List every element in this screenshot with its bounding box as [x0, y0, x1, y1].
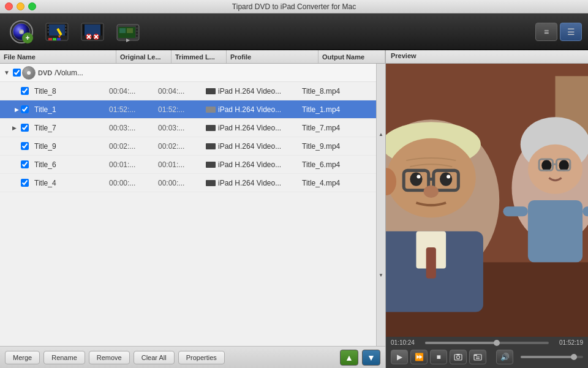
svg-point-64 — [447, 175, 450, 178]
preview-label: Preview — [386, 50, 588, 64]
svg-rect-19 — [53, 38, 56, 40]
file-output-5: Title_6.mp4 — [298, 160, 376, 169]
preview-panel: Preview — [386, 50, 588, 368]
profile-icon-6 — [206, 180, 216, 186]
table-row[interactable]: Title_9 00:02:... 00:02:... iPad H.264 V… — [0, 137, 376, 156]
svg-rect-35 — [136, 32, 138, 34]
svg-rect-18 — [48, 38, 52, 40]
open-file-button[interactable] — [469, 350, 486, 364]
remove-button[interactable]: Remove — [89, 351, 130, 364]
file-profile-4: iPad H.264 Video... — [203, 142, 298, 151]
col-header-filename: File Name — [0, 50, 116, 63]
maximize-button[interactable] — [28, 2, 36, 10]
row-check-input-2[interactable] — [21, 105, 29, 113]
volume-fill — [521, 356, 574, 358]
file-output-2: Title_1.mp4 — [298, 105, 376, 114]
table-row[interactable]: Title_4 00:00:... 00:00:... iPad H.264 V… — [0, 174, 376, 192]
snapshot-ctrl-button[interactable] — [450, 350, 467, 364]
load-dvd-button[interactable]: + — [6, 17, 37, 47]
svg-rect-52 — [528, 200, 582, 262]
stop-button[interactable]: ■ — [430, 350, 447, 364]
toolbar: + — [0, 13, 588, 50]
dvd-root-checkbox[interactable] — [11, 67, 22, 78]
row-expand-3[interactable]: ▶ — [12, 125, 21, 131]
list-view-button[interactable]: ≡ — [535, 23, 557, 41]
svg-point-47 — [541, 160, 551, 171]
svg-rect-14 — [66, 28, 66, 30]
volume-button[interactable]: 🔊 — [496, 350, 513, 364]
row-check-3[interactable] — [21, 124, 32, 132]
merge-button[interactable]: Merge — [5, 351, 40, 364]
svg-rect-10 — [48, 25, 48, 27]
snapshot-button[interactable]: ▶ — [113, 17, 143, 47]
profile-icon-4 — [206, 143, 216, 149]
file-name-1: Title_8 — [32, 87, 105, 96]
time-slider[interactable] — [425, 342, 549, 344]
volume-slider[interactable] — [521, 356, 583, 358]
svg-rect-34 — [136, 29, 138, 31]
close-button[interactable] — [5, 2, 13, 10]
profile-icon-2 — [206, 107, 216, 113]
svg-rect-36 — [136, 35, 138, 37]
row-play-2[interactable]: ▶ — [12, 105, 21, 114]
file-orig-1: 00:04:... — [105, 87, 154, 96]
row-check-4[interactable] — [21, 142, 32, 150]
row-check-5[interactable] — [21, 160, 32, 168]
file-list-header: File Name Original Le... Trimmed L... Pr… — [0, 50, 385, 64]
video-edit-button[interactable] — [42, 17, 72, 47]
rename-button[interactable]: Rename — [43, 351, 85, 364]
expand-dvd-arrow[interactable]: ▼ — [2, 69, 11, 77]
svg-point-3 — [20, 31, 23, 33]
file-profile-2: iPad H.264 Video... — [203, 105, 298, 114]
clear-all-button[interactable]: Clear All — [134, 351, 175, 364]
move-down-button[interactable]: ▼ — [362, 350, 380, 366]
svg-rect-69 — [426, 247, 436, 279]
svg-point-61 — [410, 172, 422, 186]
row-check-input-5[interactable] — [21, 160, 29, 168]
dvd-root-check-input[interactable] — [13, 69, 21, 77]
fast-forward-button[interactable]: ⏩ — [410, 350, 428, 364]
time-slider-thumb[interactable] — [494, 340, 500, 346]
minimize-button[interactable] — [17, 2, 24, 10]
main-area: File Name Original Le... Trimmed L... Pr… — [0, 50, 588, 368]
table-row[interactable]: ▶ Title_1 01:52:... 01:52:... iPad H.264… — [0, 100, 376, 119]
volume-thumb[interactable] — [571, 354, 577, 360]
file-list-container: ▼ DVD /Volum... Title_8 00:04:. — [0, 64, 385, 346]
file-profile-1: iPad H.264 Video... — [203, 87, 298, 96]
trim-button[interactable] — [77, 17, 108, 47]
move-up-button[interactable]: ▲ — [340, 350, 358, 366]
table-row[interactable]: ▶ Title_7 00:03:... 00:03:... iPad H.264… — [0, 119, 376, 137]
row-check-input-6[interactable] — [21, 179, 29, 187]
file-name-4: Title_9 — [32, 142, 105, 151]
row-check-6[interactable] — [21, 179, 32, 187]
play-button[interactable]: ▶ — [391, 350, 408, 364]
row-check-input-1[interactable] — [21, 87, 29, 95]
scroll-down-button[interactable]: ▼ — [377, 205, 385, 347]
preview-controls: 01:10:24 01:52:19 ▶ ⏩ ■ — [386, 337, 588, 368]
col-header-trimmed: Trimmed L... — [172, 50, 227, 63]
row-check-input-3[interactable] — [21, 124, 29, 132]
dvd-root-row: ▼ DVD /Volum... — [0, 64, 376, 82]
file-trim-3: 00:03:... — [154, 124, 203, 132]
profile-icon-5 — [206, 162, 216, 168]
file-name-6: Title_4 — [32, 179, 105, 187]
svg-text:▶: ▶ — [126, 37, 130, 43]
file-output-6: Title_4.mp4 — [298, 179, 376, 187]
file-orig-2: 01:52:... — [105, 105, 154, 114]
row-check-input-4[interactable] — [21, 142, 29, 150]
row-check-2[interactable] — [21, 105, 32, 113]
time-total: 01:52:19 — [552, 339, 583, 346]
col-header-original: Original Le... — [116, 50, 172, 63]
detail-view-button[interactable]: ☰ — [560, 23, 582, 41]
file-name-5: Title_6 — [32, 160, 105, 169]
table-row[interactable]: Title_6 00:01:... 00:01:... iPad H.264 V… — [0, 156, 376, 174]
view-toggle: ≡ ☰ — [535, 23, 582, 41]
preview-video — [386, 64, 588, 337]
svg-rect-12 — [48, 31, 48, 33]
row-check-1[interactable] — [21, 87, 32, 95]
time-current: 01:10:24 — [391, 339, 421, 346]
properties-button[interactable]: Properties — [178, 351, 225, 364]
file-trim-5: 00:01:... — [154, 160, 203, 169]
table-row[interactable]: Title_8 00:04:... 00:04:... iPad H.264 V… — [0, 82, 376, 100]
scroll-up-button[interactable]: ▲ — [377, 64, 385, 205]
